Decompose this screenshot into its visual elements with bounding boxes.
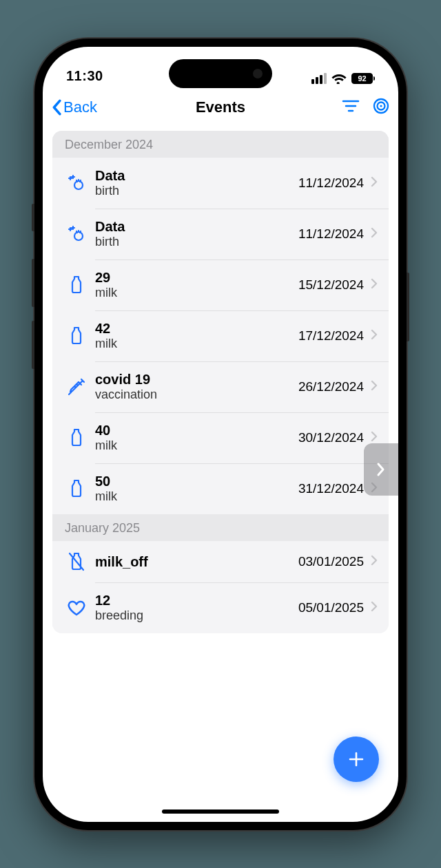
event-row[interactable]: 40milk 30/12/2024 [52, 412, 389, 463]
wifi-icon [331, 73, 347, 84]
phone-frame: 11:30 92 Back Events [34, 39, 407, 830]
event-title: covid 19 [95, 371, 298, 388]
filter-icon[interactable] [342, 99, 360, 116]
chevron-right-icon [371, 380, 378, 394]
scroll-handle[interactable] [364, 443, 398, 496]
event-sub: milk [95, 489, 298, 504]
content: December 2024 Databirth 11/12/2024 Datab… [43, 127, 398, 801]
event-sub: milk [95, 438, 298, 453]
home-indicator[interactable] [162, 809, 279, 814]
chevron-right-icon [371, 329, 378, 343]
event-row[interactable]: 42milk 17/12/2024 [52, 310, 389, 361]
back-label: Back [63, 98, 97, 116]
battery-icon: 92 [351, 73, 375, 84]
event-sub: birth [95, 235, 298, 249]
event-row[interactable]: 12breeding 05/01/2025 [52, 582, 389, 633]
birth-icon [65, 224, 88, 244]
event-title: 50 [95, 473, 298, 489]
chevron-right-icon [371, 227, 378, 241]
milk-icon [65, 478, 88, 499]
section-header: January 2025 [52, 514, 389, 541]
event-date: 26/12/2024 [298, 379, 364, 394]
event-sub: breeding [95, 608, 298, 623]
cellular-icon [311, 73, 327, 84]
svg-point-2 [380, 105, 382, 107]
svg-point-4 [74, 232, 83, 240]
page-title: Events [196, 98, 245, 116]
chevron-right-icon [371, 278, 378, 292]
event-row[interactable]: Databirth 11/12/2024 [52, 158, 389, 209]
event-sub: milk [95, 286, 298, 300]
milk-off-icon [65, 551, 88, 572]
svg-point-3 [74, 181, 83, 189]
milk-icon [65, 326, 88, 346]
screen: 11:30 92 Back Events [43, 47, 398, 822]
heart-icon [65, 599, 88, 617]
event-title: Data [95, 167, 298, 184]
event-sub: milk [95, 337, 298, 351]
event-title: 40 [95, 422, 298, 438]
event-title: Data [95, 218, 298, 235]
events-list: December 2024 Databirth 11/12/2024 Datab… [52, 131, 389, 633]
event-date: 03/01/2025 [298, 554, 364, 569]
event-row[interactable]: milk_off 03/01/2025 [52, 541, 389, 582]
section-header: December 2024 [52, 131, 389, 158]
target-icon[interactable] [372, 97, 390, 118]
nav-bar: Back Events [43, 88, 398, 127]
event-title: 12 [95, 592, 298, 608]
event-title: milk_off [95, 553, 298, 570]
event-date: 11/12/2024 [298, 176, 364, 191]
dynamic-island [169, 59, 272, 88]
event-date: 30/12/2024 [298, 430, 364, 445]
event-date: 17/12/2024 [298, 328, 364, 343]
back-button[interactable]: Back [51, 98, 97, 116]
event-row[interactable]: covid 19vaccination 26/12/2024 [52, 361, 389, 412]
event-date: 31/12/2024 [298, 481, 364, 496]
event-title: 29 [95, 269, 298, 286]
syringe-icon [65, 377, 88, 397]
chevron-right-icon [371, 555, 378, 569]
event-date: 11/12/2024 [298, 226, 364, 242]
chevron-right-icon [371, 601, 378, 615]
chevron-right-icon [371, 431, 378, 445]
add-button[interactable] [334, 737, 379, 782]
birth-icon [65, 173, 88, 193]
event-row[interactable]: 29milk 15/12/2024 [52, 260, 389, 310]
event-sub: birth [95, 184, 298, 198]
milk-icon [65, 275, 88, 295]
event-title: 42 [95, 320, 298, 337]
event-row[interactable]: Databirth 11/12/2024 [52, 209, 389, 260]
event-date: 15/12/2024 [298, 277, 364, 293]
event-date: 05/01/2025 [298, 600, 364, 615]
event-sub: vaccination [95, 388, 298, 402]
status-time: 11:30 [66, 68, 103, 84]
milk-icon [65, 427, 88, 448]
event-row[interactable]: 50milk 31/12/2024 [52, 463, 389, 514]
chevron-right-icon [371, 176, 378, 190]
